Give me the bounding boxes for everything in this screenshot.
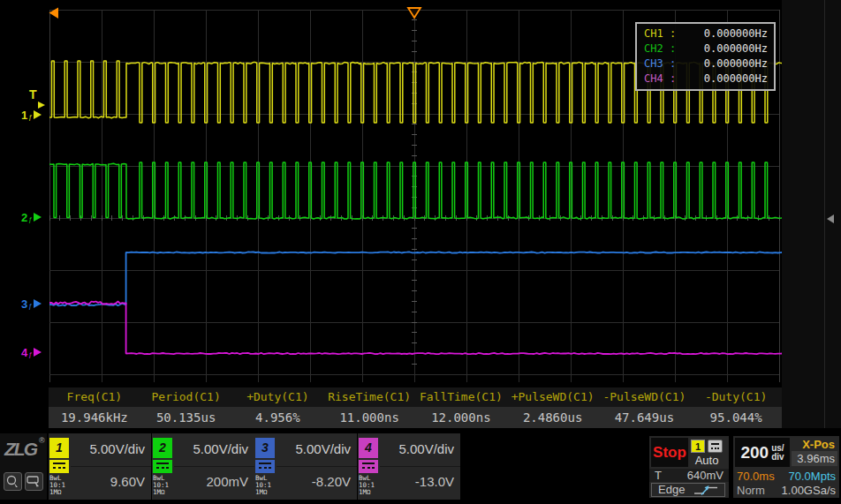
channel-4-badge[interactable]: 4 (359, 438, 378, 458)
channel-3-position-marker[interactable]: 3 ƒ (21, 297, 42, 311)
trigger-level-marker[interactable]: T (29, 89, 47, 109)
marker-flag-icon: ƒ (28, 302, 32, 310)
oscilloscope-screen: CH1 : 0.000000Hz CH2 : 0.000000Hz CH3 : … (0, 0, 841, 504)
marker-number: 4 (21, 346, 27, 359)
channel-2-offset[interactable]: 200mV (206, 474, 248, 489)
record-row: 70.0ms 70.0Mpts (733, 470, 839, 483)
channel-4-section[interactable]: 4 BwL 10:1 1MΩ 5.00V/div -13.0V (358, 433, 460, 500)
marker-flag-icon: ƒ (28, 215, 32, 223)
measurement-label[interactable]: FallTime(C1) (415, 387, 507, 407)
measurement-value: 2.4860us (507, 407, 599, 428)
divider (380, 466, 460, 467)
channel-1-section[interactable]: 1 BwL 10:1 1MΩ 5.00V/div 9.60V (49, 433, 151, 500)
channel-4-scale[interactable]: 5.00V/div (398, 441, 454, 456)
measurement-label[interactable]: -PulseWD(C1) (599, 387, 691, 407)
freq-counter-row: CH4 : 0.000000Hz (644, 71, 768, 87)
frequency-counter-box: CH1 : 0.000000Hz CH2 : 0.000000Hz CH3 : … (635, 22, 776, 91)
measurement-label[interactable]: Freq(C1) (49, 387, 140, 407)
separator (0, 500, 841, 504)
channel-1-badge[interactable]: 1 (49, 438, 69, 458)
measurement-label[interactable]: +Duty(C1) (232, 387, 324, 407)
timebase-unit: us/ div (771, 444, 784, 462)
trigger-mode-label[interactable]: Auto (689, 454, 724, 467)
bottom-status-bar: ZLG® 1 BwL 10:1 1MΩ (0, 433, 841, 500)
impedance-label: 1MΩ (255, 489, 271, 496)
measurement-value: 95.044% (690, 407, 782, 428)
registered-mark: ® (39, 436, 45, 445)
xpos-value[interactable]: 3.96ms (792, 451, 837, 466)
trigger-source-chip[interactable]: 1 (691, 440, 705, 453)
probe-info: BwL 10:1 1MΩ (153, 475, 169, 496)
xpos-label[interactable]: X-Pos (802, 438, 835, 451)
measurement-label[interactable]: +PulseWD(C1) (507, 387, 599, 407)
freq-ch3-value: 0.000000Hz (704, 56, 768, 71)
impedance-label: 1MΩ (359, 489, 375, 496)
right-side-strip (782, 0, 841, 433)
channel-1-scale[interactable]: 5.00V/div (89, 441, 145, 456)
channel-3-badge[interactable]: 3 (255, 438, 275, 458)
channel-4-position-marker[interactable]: 4 ƒ (21, 345, 42, 359)
channel-2-scale[interactable]: 5.00V/div (193, 441, 248, 456)
rising-edge-icon (693, 485, 719, 496)
measurement-label[interactable]: RiseTime(C1) (323, 387, 415, 407)
marker-number: 2 (21, 211, 27, 224)
channel-2-position-marker[interactable]: 2 ƒ (21, 210, 42, 224)
timebase-panel: 200 us/ div X-Pos 3.96ms 70.0ms 70.0Mpts… (733, 436, 839, 498)
channel-3-offset[interactable]: -8.20V (312, 474, 351, 489)
run-state-label: Stop (653, 444, 686, 461)
divider (174, 466, 254, 467)
marker-number: 3 (21, 297, 27, 311)
probe-info: BwL 10:1 1MΩ (255, 475, 271, 496)
trigger-level-row[interactable]: T 640mV (649, 469, 729, 482)
channel-2-badge[interactable]: 2 (153, 438, 172, 458)
marker-flag-icon: ƒ (28, 113, 32, 121)
trigger-type-button[interactable]: Edge (651, 483, 725, 497)
trigger-level-prefix: T (655, 469, 662, 482)
trigger-type-label: Edge (658, 484, 685, 496)
probe-info: BwL 10:1 1MΩ (359, 475, 375, 496)
freq-ch1-label: CH1 : (644, 26, 676, 41)
measurement-label[interactable]: Period(C1) (140, 387, 232, 407)
run-state-button[interactable]: Stop (651, 438, 688, 467)
touch-gesture-button[interactable] (4, 472, 22, 491)
freq-counter-row: CH1 : 0.000000Hz (644, 26, 768, 41)
channel-1-offset[interactable]: 9.60V (110, 474, 145, 489)
channel-3-section[interactable]: 3 BwL 10:1 1MΩ 5.00V/div -8.20V (254, 433, 357, 500)
freq-ch1-value: 0.000000Hz (704, 26, 768, 41)
measurement-label[interactable]: -Duty(C1) (690, 387, 782, 407)
marker-flag-icon: ƒ (28, 350, 32, 358)
channel-1-position-marker[interactable]: 1 ƒ (21, 108, 42, 122)
dc-coupling-icon (255, 460, 275, 473)
measurement-value: 19.946kHz (49, 407, 140, 428)
impedance-label: 1MΩ (153, 489, 169, 496)
marker-arrow-icon (34, 299, 42, 308)
freq-ch2-label: CH2 : (644, 41, 676, 56)
freq-ch4-label: CH4 : (644, 71, 676, 87)
zlg-logo: ZLG® (4, 439, 42, 460)
sample-rate-value: 1.00GSa/s (782, 484, 836, 497)
divider (277, 466, 357, 467)
channel-2-section[interactable]: 2 BwL 10:1 1MΩ 5.00V/div 200mV (152, 433, 254, 500)
touch-press-icon (26, 473, 42, 490)
channel-4-offset[interactable]: -13.0V (415, 474, 454, 489)
logo-block: ZLG® (0, 433, 47, 500)
trigger-coupling-icon[interactable] (708, 440, 723, 453)
panel-collapse-arrow-icon[interactable] (827, 214, 834, 223)
freq-ch4-value: 0.000000Hz (704, 71, 768, 87)
channel-3-scale[interactable]: 5.00V/div (295, 441, 351, 456)
freq-ch3-label: CH3 : (644, 56, 676, 71)
marker-arrow-icon (34, 110, 42, 119)
panel-divider (824, 0, 825, 433)
timebase-button[interactable]: 200 us/ div (735, 438, 790, 467)
freq-ch2-value: 0.000000Hz (704, 41, 768, 56)
measurement-value: 12.000ns (415, 407, 507, 428)
dc-coupling-icon (153, 460, 172, 473)
touch-press-button[interactable] (25, 472, 43, 491)
freq-counter-row: CH3 : 0.000000Hz (644, 56, 768, 71)
marker-number: 1 (21, 109, 27, 122)
marker-arrow-icon (34, 213, 42, 222)
measurement-value: 11.000ns (323, 407, 415, 428)
trigger-level-label: T (29, 87, 37, 102)
probe-info: BwL 10:1 1MΩ (49, 475, 65, 496)
dc-coupling-icon (49, 460, 69, 473)
